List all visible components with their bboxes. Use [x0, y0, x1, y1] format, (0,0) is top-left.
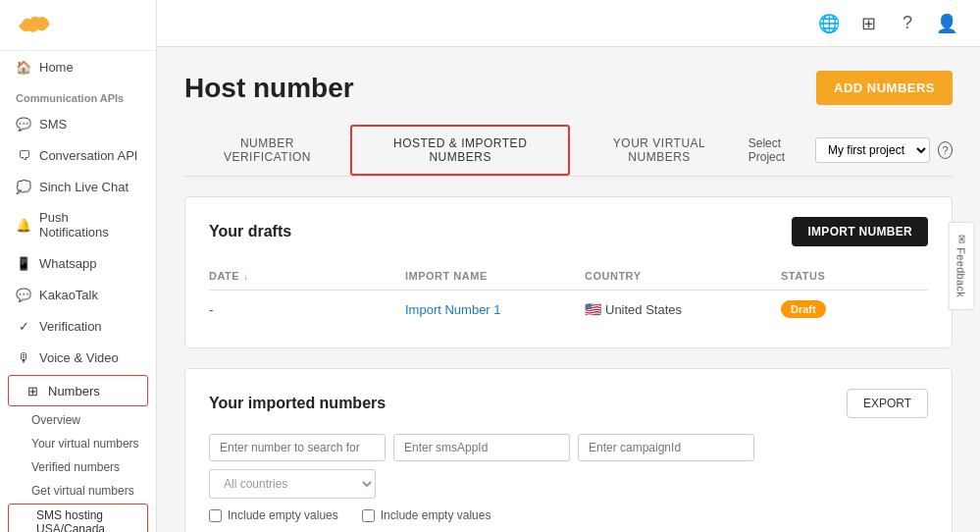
sidebar-item-sinch-live[interactable]: 💭 Sinch Live Chat	[0, 171, 156, 202]
drafts-table-header: DATE ↓ IMPORT NAME COUNTRY STATUS	[209, 262, 928, 291]
page-title: Host number	[184, 73, 354, 104]
include-empty-label-2: Include empty values	[381, 508, 491, 522]
include-empty-checkbox-1[interactable]	[209, 509, 222, 522]
draft-country-flag: 🇺🇸	[585, 301, 601, 317]
content-area: Host number ADD NUMBERS NUMBER VERIFICAT…	[157, 47, 980, 532]
feedback-icon: ✉	[954, 235, 967, 243]
user-button[interactable]: 👤	[929, 6, 964, 41]
tabs-help-icon[interactable]: ?	[938, 141, 953, 159]
sidebar-item-voice[interactable]: 🎙 Voice & Video	[0, 342, 156, 373]
draft-date: -	[209, 302, 405, 317]
select-project-label: Select Project	[748, 136, 807, 164]
date-sort-icon: ↓	[243, 271, 249, 282]
logo	[0, 0, 156, 51]
main-area: 🌐 ⊞ ? 👤 Host number ADD NUMBERS NUMBER V…	[157, 0, 980, 532]
feedback-tab[interactable]: ✉ Feedback	[948, 222, 974, 310]
verification-label: Verification	[39, 319, 102, 334]
voice-label: Voice & Video	[39, 350, 119, 365]
export-button[interactable]: EXPORT	[847, 389, 928, 418]
tab-number-verification[interactable]: NUMBER VERIFICATION	[184, 127, 350, 174]
sinch-live-label: Sinch Live Chat	[39, 180, 129, 194]
sms-label: SMS	[39, 117, 67, 132]
drafts-col-country: COUNTRY	[585, 270, 781, 282]
checkbox-row: Include empty values Include empty value…	[209, 508, 928, 532]
verification-icon: ✓	[16, 318, 31, 334]
sidebar-item-verification[interactable]: ✓ Verification	[0, 310, 156, 342]
help-button[interactable]: ?	[890, 6, 925, 41]
sidebar-item-sms[interactable]: 💬 SMS	[0, 108, 156, 139]
sidebar-subnav: Overview Your virtual numbers Verified n…	[0, 408, 156, 532]
include-empty-label-1: Include empty values	[228, 508, 338, 522]
sidebar-sub-virtual-numbers[interactable]: Your virtual numbers	[0, 432, 156, 455]
imported-card-header: Your imported numbers EXPORT	[209, 389, 928, 418]
sidebar-sub-overview[interactable]: Overview	[0, 408, 156, 432]
sidebar-item-kakao[interactable]: 💬 KakaoTalk	[0, 279, 156, 310]
conversation-label: Conversation API	[39, 148, 137, 163]
import-number-button[interactable]: IMPORT NUMBER	[792, 217, 928, 246]
tabs-right-controls: Select Project My first project ?	[748, 136, 953, 164]
whatsapp-label: Whatsapp	[39, 256, 97, 271]
home-label: Home	[39, 60, 74, 75]
drafts-title: Your drafts	[209, 223, 291, 240]
drafts-card-header: Your drafts IMPORT NUMBER	[209, 217, 928, 246]
push-label: Push Notifications	[39, 210, 140, 239]
include-empty-checkbox-2[interactable]	[362, 509, 375, 522]
campaign-input[interactable]	[578, 434, 754, 461]
globe-button[interactable]: 🌐	[811, 6, 847, 41]
number-search-input[interactable]	[209, 434, 386, 461]
sidebar-item-conversation[interactable]: 🗨 Conversation API	[0, 139, 156, 171]
push-icon: 🔔	[16, 217, 31, 233]
sms-app-input[interactable]	[393, 434, 570, 461]
live-chat-icon: 💭	[16, 179, 31, 194]
add-numbers-button[interactable]: ADD NUMBERS	[816, 71, 953, 105]
tab-virtual-numbers[interactable]: YOUR VIRTUAL NUMBERS	[570, 127, 748, 174]
conversation-icon: 🗨	[16, 147, 31, 163]
numbers-label: Numbers	[48, 384, 100, 399]
page-header: Host number ADD NUMBERS	[184, 71, 953, 105]
topbar: 🌐 ⊞ ? 👤	[157, 0, 980, 47]
sidebar-item-push[interactable]: 🔔 Push Notifications	[0, 202, 156, 247]
drafts-col-status: STATUS	[781, 270, 928, 282]
home-icon: 🏠	[16, 59, 31, 75]
imported-title: Your imported numbers	[209, 395, 386, 412]
include-empty-1[interactable]: Include empty values	[209, 508, 338, 522]
country-filter[interactable]: All countries	[209, 469, 376, 499]
sidebar: 🏠 Home Communication APIs 💬 SMS 🗨 Conver…	[0, 0, 157, 532]
whatsapp-icon: 📱	[16, 255, 31, 271]
sms-icon: 💬	[16, 116, 31, 132]
drafts-col-date: DATE ↓	[209, 270, 405, 282]
draft-import-name[interactable]: Import Number 1	[405, 302, 585, 317]
sidebar-item-home[interactable]: 🏠 Home	[0, 51, 156, 82]
sidebar-item-numbers[interactable]: ⊞ Numbers	[8, 375, 148, 406]
sidebar-sub-verified-numbers[interactable]: Verified numbers	[0, 455, 156, 479]
sidebar-item-whatsapp[interactable]: 📱 Whatsapp	[0, 247, 156, 279]
drafts-card: Your drafts IMPORT NUMBER DATE ↓ IMPORT …	[184, 196, 953, 348]
kakao-label: KakaoTalk	[39, 288, 98, 302]
drafts-col-import-name: IMPORT NAME	[405, 270, 585, 282]
sidebar-sub-sms-hosting[interactable]: SMS hosting USA/Canada	[8, 504, 148, 532]
numbers-icon: ⊞	[25, 383, 40, 399]
feedback-label: Feedback	[955, 247, 967, 297]
imported-card: Your imported numbers EXPORT All countri…	[184, 368, 953, 532]
grid-button[interactable]: ⊞	[851, 6, 886, 41]
table-row: - Import Number 1 🇺🇸 United States Draft	[209, 291, 928, 328]
draft-status: Draft	[781, 300, 928, 318]
project-select[interactable]: My first project	[815, 137, 930, 163]
include-empty-2[interactable]: Include empty values	[362, 508, 491, 522]
kakao-icon: 💬	[16, 287, 31, 302]
sidebar-sub-get-virtual[interactable]: Get virtual numbers	[0, 479, 156, 503]
voice-icon: 🎙	[16, 349, 31, 365]
status-badge: Draft	[781, 300, 826, 318]
tab-hosted-imported[interactable]: HOSTED & IMPORTED NUMBERS	[350, 125, 570, 176]
filters-row: All countries	[209, 434, 928, 499]
sidebar-navigation: 🏠 Home Communication APIs 💬 SMS 🗨 Conver…	[0, 51, 156, 532]
tabs-bar: NUMBER VERIFICATION HOSTED & IMPORTED NU…	[184, 125, 953, 177]
draft-country: 🇺🇸 United States	[585, 301, 781, 317]
sidebar-section-label: Communication APIs	[0, 82, 156, 108]
